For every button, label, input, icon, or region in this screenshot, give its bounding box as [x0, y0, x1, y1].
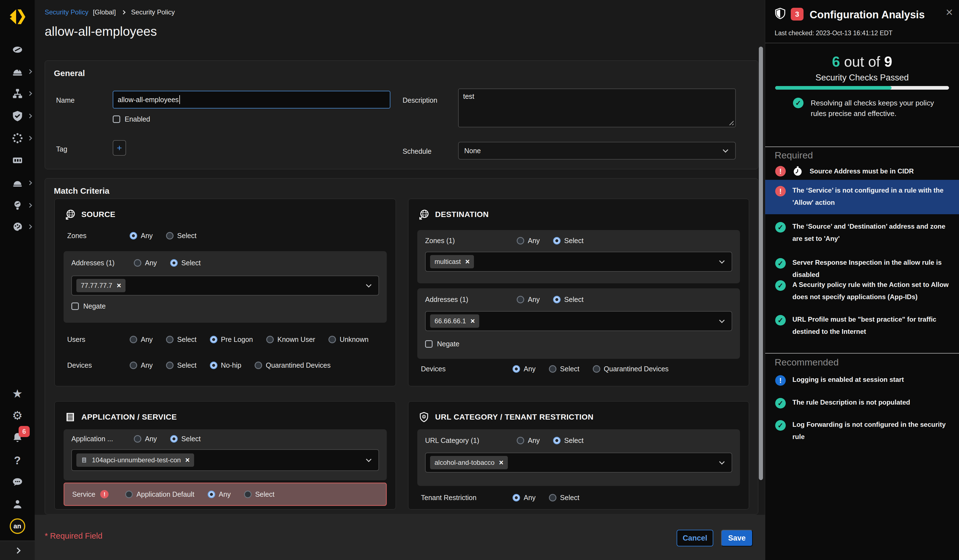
radio-url-select[interactable]: Select: [553, 436, 583, 445]
schedule-select[interactable]: None: [458, 142, 736, 159]
sidebar-item-help[interactable]: ?: [0, 452, 35, 469]
radio-users-pre-logon[interactable]: Pre Logon: [210, 336, 253, 344]
radio-addresses-any[interactable]: Any: [134, 259, 157, 267]
sidebar-item-security[interactable]: [0, 107, 35, 125]
divider: [765, 43, 959, 43]
sidebar-item-insights[interactable]: [0, 196, 35, 214]
radio-daddr-any[interactable]: Any: [517, 296, 540, 304]
sidebar-item-network[interactable]: [0, 84, 35, 102]
check-item[interactable]: ✓ The ‘Source’ and ‘Destination’ address…: [775, 222, 954, 245]
check-item[interactable]: ✓ URL Profile must be "best practice" fo…: [775, 315, 954, 338]
radio-zones-select[interactable]: Select: [166, 232, 196, 240]
chevron-down-icon: [719, 258, 725, 264]
radio-service-app-default[interactable]: Application Default: [125, 490, 194, 498]
sidebar-item-user[interactable]: [0, 495, 35, 513]
check-item[interactable]: ✓ Server Response Inspection in the allo…: [775, 258, 954, 281]
panel-note: ✓ Resolving all checks keeps your policy…: [793, 98, 943, 119]
sidebar-item-notifications[interactable]: 6: [0, 429, 35, 447]
radio-ddevices-any[interactable]: Any: [513, 365, 535, 373]
radio-devices-no-hip[interactable]: No-hip: [210, 361, 242, 369]
source-negate-row[interactable]: Negate: [72, 302, 106, 310]
source-address-dropdown[interactable]: 77.77.77.7 ×: [72, 275, 379, 296]
check-item[interactable]: ✓ Log Forwarding is not configured in th…: [775, 420, 954, 443]
name-input[interactable]: allow-all-employees: [113, 91, 390, 108]
radio-dzones-any[interactable]: Any: [517, 237, 540, 245]
destination-devices-row: Devices Any Select Quarantined Devices: [421, 365, 741, 373]
radio-url-any[interactable]: Any: [517, 436, 540, 445]
enabled-checkbox[interactable]: [113, 115, 120, 123]
radio-app-any[interactable]: Any: [134, 435, 157, 443]
remove-chip-icon[interactable]: ×: [470, 317, 475, 325]
radio-tenant-select[interactable]: Select: [549, 494, 579, 502]
radio-users-any[interactable]: Any: [130, 336, 153, 344]
radio-ddevices-quarantined[interactable]: Quarantined Devices: [593, 365, 669, 373]
required-field-note: * Required Field: [45, 531, 102, 541]
enabled-checkbox-row[interactable]: Enabled: [113, 115, 150, 123]
destination-addresses-row: Addresses (1) Any Select: [425, 296, 732, 304]
check-item[interactable]: ✓ A Security policy rule with the Action…: [775, 280, 954, 303]
radio-devices-select[interactable]: Select: [166, 361, 196, 369]
save-button[interactable]: Save: [721, 530, 753, 546]
radio-users-known-user[interactable]: Known User: [266, 336, 315, 344]
check-item[interactable]: ! Logging is enabled at session start: [775, 375, 954, 386]
destination-negate-row[interactable]: Negate: [425, 340, 459, 348]
source-header: SOURCE: [65, 209, 116, 220]
radio-devices-quarantined[interactable]: Quarantined Devices: [255, 361, 330, 369]
configuration-analysis-panel: 3 Configuration Analysis × Last checked:…: [765, 0, 959, 560]
radio-dzones-select[interactable]: Select: [553, 237, 583, 245]
check-icon: ✓: [775, 258, 786, 269]
application-dropdown[interactable]: 104apci-unnumbered-test-con ×: [72, 449, 379, 471]
url-category-dropdown[interactable]: alcohol-and-tobacco ×: [425, 453, 732, 473]
radio-service-any[interactable]: Any: [208, 490, 231, 498]
radio-users-select[interactable]: Select: [166, 336, 196, 344]
radio-tenant-any[interactable]: Any: [513, 494, 535, 502]
sidebar-item-settings[interactable]: ⚙: [0, 407, 35, 425]
info-icon: !: [775, 375, 786, 386]
radio-zones-any[interactable]: Any: [130, 232, 153, 240]
radio-service-select[interactable]: Select: [244, 490, 274, 498]
sidebar-item-account[interactable]: an: [0, 517, 35, 535]
sidebar-item-favorites[interactable]: ★: [0, 385, 35, 402]
remove-chip-icon[interactable]: ×: [499, 459, 503, 466]
resize-grip-icon[interactable]: [728, 120, 734, 125]
score-caption: Security Checks Passed: [765, 73, 959, 83]
breadcrumb-link[interactable]: Security Policy: [45, 8, 88, 16]
radio-devices-any[interactable]: Any: [130, 361, 153, 369]
negate-checkbox[interactable]: [72, 302, 79, 310]
sidebar-item-alerts[interactable]: [0, 174, 35, 192]
application-chip: 104apci-unnumbered-test-con ×: [76, 453, 194, 467]
score: 6 out of 9: [765, 53, 959, 70]
main-scrollbar[interactable]: [759, 47, 763, 480]
sidebar-item-dashboard[interactable]: [0, 40, 35, 58]
radio-daddr-select[interactable]: Select: [553, 296, 583, 304]
source-devices-row: Devices Any Select No-hip Quarantined De…: [67, 361, 387, 369]
radio-ddevices-select[interactable]: Select: [549, 365, 579, 373]
sidebar-item-panels[interactable]: [0, 151, 35, 169]
palo-alto-logo-icon[interactable]: [8, 10, 26, 25]
service-error-row: Service ! Application Default Any Select: [64, 482, 387, 506]
check-item-highlighted[interactable]: ! The ‘Service’ is not configured in a r…: [765, 180, 959, 214]
error-icon: !: [775, 186, 786, 196]
sidebar-item-chat[interactable]: [0, 473, 35, 491]
cancel-button[interactable]: Cancel: [677, 530, 713, 546]
sidebar-item-services[interactable]: [0, 129, 35, 147]
sidebar-expand-button[interactable]: [0, 541, 35, 560]
chevron-right-icon: [27, 91, 32, 96]
radio-users-unknown[interactable]: Unknown: [328, 336, 368, 344]
radio-app-select[interactable]: Select: [170, 435, 201, 443]
check-item[interactable]: ✓ The rule Description is not populated: [775, 398, 954, 409]
sidebar-item-incidents[interactable]: [0, 63, 35, 81]
radio-addresses-select[interactable]: Select: [170, 259, 201, 267]
remove-chip-icon[interactable]: ×: [116, 282, 121, 290]
progress-fill: [775, 86, 892, 90]
description-textarea[interactable]: test: [458, 89, 736, 127]
remove-chip-icon[interactable]: ×: [465, 258, 470, 266]
sidebar-item-reports[interactable]: [0, 218, 35, 235]
destination-zone-dropdown[interactable]: multicast ×: [425, 252, 732, 272]
close-icon[interactable]: ×: [946, 6, 953, 18]
remove-chip-icon[interactable]: ×: [185, 457, 190, 464]
negate-checkbox[interactable]: [425, 340, 433, 348]
add-tag-button[interactable]: +: [113, 140, 126, 156]
destination-address-dropdown[interactable]: 66.66.66.1 ×: [425, 311, 732, 331]
check-icon: ✓: [775, 398, 786, 409]
